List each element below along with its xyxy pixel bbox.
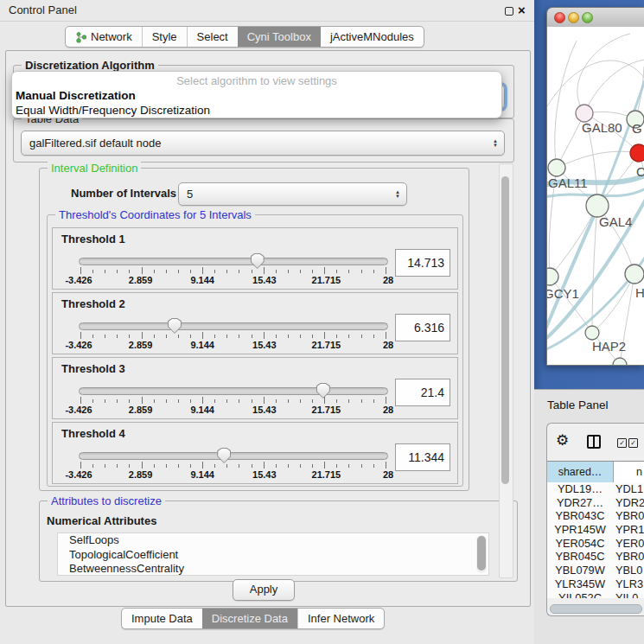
table-row[interactable]: YPR145WYPR1 bbox=[547, 523, 644, 537]
network-graph[interactable]: GAL80GCGAL11GAL4GCY1HHAP2 bbox=[547, 27, 644, 365]
table-row[interactable]: YLR345WYLR3 bbox=[547, 577, 644, 591]
tick-mark bbox=[214, 464, 215, 468]
scrollbar-thumb[interactable] bbox=[477, 536, 486, 571]
scrollbar-thumb[interactable] bbox=[501, 176, 509, 484]
tab-infer-network[interactable]: Infer Network bbox=[297, 609, 384, 628]
network-window-titlebar[interactable] bbox=[547, 8, 644, 28]
tick-mark bbox=[80, 462, 81, 469]
checkbox-icon[interactable]: ✓ bbox=[628, 438, 638, 448]
close-traffic-light[interactable] bbox=[554, 12, 565, 23]
network-edge[interactable] bbox=[577, 34, 630, 113]
attribute-list-item[interactable]: BetweennessCentrality bbox=[58, 562, 488, 576]
tab-select[interactable]: Select bbox=[187, 27, 238, 47]
cell-name[interactable]: YBR0 bbox=[613, 509, 644, 523]
table-row[interactable]: YDL19…YDL1 bbox=[547, 482, 644, 496]
column-header-name[interactable]: n bbox=[614, 462, 644, 482]
network-edge[interactable] bbox=[592, 274, 634, 333]
tick-mark bbox=[190, 335, 191, 338]
minimize-traffic-light[interactable] bbox=[568, 12, 579, 23]
network-node[interactable] bbox=[548, 159, 565, 176]
cell-name[interactable]: YBL0 bbox=[613, 564, 644, 577]
tab-network[interactable]: Network bbox=[66, 27, 142, 47]
tab-label: Discretize Data bbox=[212, 612, 288, 625]
tab-cyni-toolbox[interactable]: Cyni Toolbox bbox=[238, 27, 321, 47]
tab-style[interactable]: Style bbox=[142, 27, 187, 47]
cell-name[interactable]: YLR3 bbox=[613, 577, 644, 591]
table-row[interactable]: YIL052CYIL0 bbox=[547, 591, 644, 599]
network-edge[interactable] bbox=[555, 41, 577, 168]
threshold-label: Threshold 4 bbox=[61, 427, 125, 440]
slider-track[interactable] bbox=[79, 322, 388, 330]
network-node[interactable] bbox=[576, 105, 593, 122]
network-window[interactable]: GAL80GCGAL11GAL4GCY1HHAP2 bbox=[546, 7, 644, 366]
tab-discretize-data[interactable]: Discretize Data bbox=[202, 609, 297, 628]
cell-name[interactable]: YDL1 bbox=[613, 482, 644, 496]
checkbox-icon[interactable]: ✓ bbox=[617, 438, 627, 448]
close-icon[interactable]: × bbox=[518, 3, 526, 17]
split-columns-icon[interactable] bbox=[587, 435, 601, 449]
gear-icon[interactable]: ⚙ bbox=[556, 431, 569, 450]
table-row[interactable]: YDR27…YDR2 bbox=[547, 496, 644, 510]
threshold-value-field[interactable]: 14.713 bbox=[395, 249, 450, 277]
dropdown-option-equal-width[interactable]: Equal Width/Frequency Discretization bbox=[12, 103, 501, 118]
threshold-value-field[interactable]: 21.4 bbox=[395, 379, 450, 406]
tab-jactivemnodules[interactable]: jActiveMNodules bbox=[321, 27, 424, 47]
threshold-value-field[interactable]: 6.316 bbox=[395, 314, 450, 341]
cell-name[interactable]: YDR2 bbox=[613, 496, 644, 510]
network-node[interactable] bbox=[630, 144, 644, 162]
network-edge[interactable] bbox=[557, 151, 639, 168]
apply-button[interactable]: Apply bbox=[233, 579, 295, 601]
attribute-list-item[interactable]: SelfLoops bbox=[58, 533, 488, 548]
node-label: GCY1 bbox=[547, 286, 579, 301]
table-data-dropdown[interactable]: galFiltered.sif default node ▲▼ bbox=[21, 131, 505, 156]
tick-mark bbox=[264, 462, 265, 469]
cell-shared-name[interactable]: YBL079W bbox=[547, 564, 613, 577]
cell-shared-name[interactable]: YDL19… bbox=[547, 482, 613, 496]
threshold-slider[interactable]: -3.4262.8599.14415.4321.71528 bbox=[79, 316, 388, 350]
column-header-shared-name[interactable]: shared… bbox=[547, 462, 614, 482]
tab-label: Impute Data bbox=[131, 612, 193, 625]
slider-track[interactable] bbox=[79, 387, 388, 395]
table-row[interactable]: YER054CYER0 bbox=[547, 537, 644, 551]
attribute-list-item[interactable]: TopologicalCoefficient bbox=[58, 548, 488, 563]
cell-name[interactable]: YPR1 bbox=[613, 523, 644, 537]
cell-shared-name[interactable]: YBR043C bbox=[547, 509, 613, 523]
threshold-slider[interactable]: -3.4262.8599.14415.4321.71528 bbox=[79, 380, 388, 415]
network-edge[interactable] bbox=[597, 80, 644, 207]
network-canvas[interactable]: GAL80GCGAL11GAL4GCY1HHAP2 bbox=[547, 27, 644, 365]
cell-shared-name[interactable]: YDR27… bbox=[547, 496, 613, 510]
threshold-slider[interactable]: -3.4262.8599.14415.4321.71528 bbox=[79, 445, 388, 480]
number-of-intervals-dropdown[interactable]: 5 ▲▼ bbox=[178, 182, 407, 206]
slider-track[interactable] bbox=[79, 452, 388, 460]
float-window-icon[interactable] bbox=[505, 7, 513, 16]
cell-shared-name[interactable]: YPR145W bbox=[547, 523, 613, 537]
network-node[interactable] bbox=[625, 265, 644, 284]
horizontal-scrollbar[interactable] bbox=[549, 603, 644, 613]
slider-ticks bbox=[80, 397, 386, 404]
vertical-scrollbar[interactable] bbox=[499, 163, 513, 578]
cell-shared-name[interactable]: YER054C bbox=[547, 537, 613, 551]
cell-shared-name[interactable]: YBR045C bbox=[547, 550, 613, 564]
cell-name[interactable]: YER0 bbox=[613, 537, 644, 551]
threshold-value-field[interactable]: 11.344 bbox=[395, 443, 450, 471]
numerical-attributes-list[interactable]: SelfLoopsTopologicalCoefficientBetweenne… bbox=[57, 532, 489, 576]
list-scrollbar[interactable] bbox=[476, 535, 487, 573]
scrollbar-thumb[interactable] bbox=[550, 604, 642, 614]
threshold-slider[interactable]: -3.4262.8599.14415.4321.71528 bbox=[79, 251, 388, 285]
table-row[interactable]: YBR043CYBR0 bbox=[547, 509, 644, 523]
network-node[interactable] bbox=[547, 268, 558, 285]
cell-name[interactable]: YBR0 bbox=[613, 550, 644, 564]
cell-name[interactable]: YIL0 bbox=[613, 591, 644, 599]
slider-track[interactable] bbox=[79, 258, 388, 265]
cell-shared-name[interactable]: YIL052C bbox=[547, 591, 613, 599]
tick-mark bbox=[348, 464, 349, 468]
table-row[interactable]: YBR045CYBR0 bbox=[547, 550, 644, 564]
table-row[interactable]: YBL079WYBL0 bbox=[547, 564, 644, 577]
tick-mark bbox=[202, 397, 203, 404]
network-node[interactable] bbox=[585, 326, 599, 340]
tab-impute-data[interactable]: Impute Data bbox=[122, 609, 202, 628]
tick-mark bbox=[117, 399, 118, 403]
zoom-traffic-light[interactable] bbox=[582, 12, 593, 23]
dropdown-option-manual[interactable]: Manual Discretization bbox=[12, 88, 501, 103]
cell-shared-name[interactable]: YLR345W bbox=[547, 577, 613, 591]
